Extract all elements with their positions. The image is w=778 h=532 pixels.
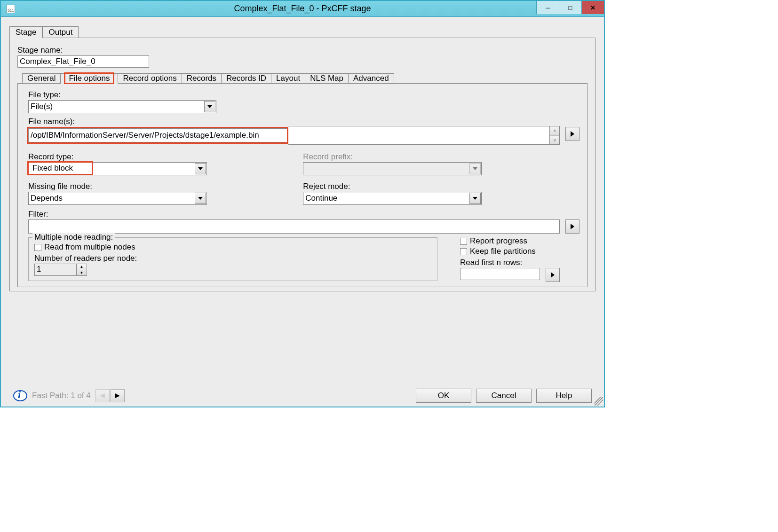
scroll-up-icon[interactable]: ∧ <box>550 126 559 135</box>
keep-file-partitions-label: Keep file partitions <box>470 247 536 256</box>
filter-input[interactable] <box>28 219 560 234</box>
file-name-input[interactable] <box>28 128 287 142</box>
read-first-n-browse-button[interactable] <box>546 268 560 282</box>
fast-path-label: Fast Path: 1 of 4 <box>32 391 91 400</box>
fast-path-prev: ◄ <box>95 389 110 402</box>
record-prefix-col: Record prefix: <box>303 150 573 175</box>
filter-browse-button[interactable] <box>565 219 580 234</box>
reject-mode-dropdown-icon[interactable] <box>469 193 481 204</box>
num-readers-buttons: ▲ ▼ <box>77 264 87 276</box>
record-type-label: Record type: <box>28 152 298 162</box>
read-first-n-label: Read first n rows: <box>460 258 560 267</box>
tab-general[interactable]: General <box>22 73 61 83</box>
read-multiple-nodes-label: Read from multiple nodes <box>44 243 135 252</box>
reject-mode-value: Continue <box>303 194 469 203</box>
file-names-row: ∧ ∨ <box>28 127 580 145</box>
checkbox-icon[interactable] <box>460 248 467 255</box>
arrow-right-icon: ► <box>113 391 121 400</box>
record-type-value: Fixed block <box>31 164 73 172</box>
missing-file-dropdown-icon[interactable] <box>195 193 206 204</box>
multiple-node-group: Multiple node reading: Read from multipl… <box>28 237 437 281</box>
record-prefix-combo <box>303 162 482 175</box>
window-controls: ─ □ ✕ <box>536 1 604 14</box>
tab-nls-map[interactable]: NLS Map <box>305 73 349 83</box>
cancel-button[interactable]: Cancel <box>476 389 532 403</box>
file-type-value: File(s) <box>29 102 204 111</box>
filter-row <box>28 219 580 234</box>
help-button[interactable]: Help <box>536 389 592 403</box>
content-area: Stage Output Stage name: General File op… <box>1 17 604 407</box>
report-progress-label: Report progress <box>470 236 527 246</box>
tab-file-options-highlight: File options <box>64 72 114 84</box>
reject-mode-label: Reject mode: <box>303 182 573 191</box>
stage-panel: Stage name: General File options Record … <box>9 38 595 291</box>
file-name-input-ext[interactable] <box>288 126 549 145</box>
report-progress-check[interactable]: Report progress <box>460 236 560 246</box>
info-icon[interactable] <box>13 390 27 401</box>
record-type-highlight: Fixed block <box>27 161 93 175</box>
file-name-highlight <box>27 127 288 144</box>
reject-mode-combo[interactable]: Continue <box>303 192 482 205</box>
multiple-node-group-title: Multiple node reading: <box>32 233 115 242</box>
keep-file-partitions-check[interactable]: Keep file partitions <box>460 247 560 256</box>
dialog-buttons: OK Cancel Help <box>416 389 592 403</box>
record-type-combo[interactable]: Fixed block <box>28 162 207 175</box>
tab-output[interactable]: Output <box>42 26 79 38</box>
file-names-browse-button[interactable] <box>565 127 580 141</box>
record-prefix-dropdown-icon <box>469 163 481 174</box>
stage-name-input[interactable] <box>17 55 149 68</box>
num-readers-spinner[interactable]: 1 ▲ ▼ <box>34 264 431 276</box>
filter-label: Filter: <box>28 210 580 219</box>
resize-grip-icon[interactable] <box>595 397 603 406</box>
num-readers-value[interactable]: 1 <box>34 264 77 276</box>
file-type-dropdown-icon[interactable] <box>204 101 215 112</box>
record-prefix-label: Record prefix: <box>303 152 573 162</box>
spin-down-icon[interactable]: ▼ <box>77 270 87 276</box>
missing-file-combo[interactable]: Depends <box>28 192 207 205</box>
tab-records-id[interactable]: Records ID <box>222 73 271 83</box>
tab-stage[interactable]: Stage <box>9 26 42 38</box>
missing-file-value: Depends <box>29 194 194 203</box>
record-type-dropdown-icon[interactable] <box>195 163 206 174</box>
window-title: Complex_Flat_File_0 - PxCFF stage <box>234 4 371 14</box>
tab-advanced[interactable]: Advanced <box>349 73 394 83</box>
file-type-combo[interactable]: File(s) <box>28 100 216 113</box>
spin-up-icon[interactable]: ▲ <box>77 264 87 270</box>
file-type-label: File type: <box>28 90 580 100</box>
file-options-panel: File type: File(s) File name(s): ∧ ∨ <box>17 83 587 287</box>
maximize-button[interactable]: □ <box>559 1 581 14</box>
checkbox-icon[interactable] <box>34 244 41 251</box>
titlebar: 011 Complex_Flat_File_0 - PxCFF stage ─ … <box>1 1 604 17</box>
file-names-label: File name(s): <box>28 117 580 126</box>
ok-button[interactable]: OK <box>416 389 471 403</box>
checkbox-icon[interactable] <box>460 238 467 245</box>
reject-mode-col: Reject mode: Continue <box>303 180 573 205</box>
arrow-left-icon: ◄ <box>98 391 106 400</box>
tab-record-options[interactable]: Record options <box>118 73 182 83</box>
app-icon: 011 <box>7 5 15 13</box>
close-button[interactable]: ✕ <box>581 1 604 14</box>
missing-file-col: Missing file mode: Depends <box>28 180 298 205</box>
scroll-down-icon[interactable]: ∨ <box>550 135 559 145</box>
minimize-button[interactable]: ─ <box>536 1 559 14</box>
dialog-footer: Fast Path: 1 of 4 ◄ ► OK Cancel Help <box>9 381 595 403</box>
inner-tabs: General File options Record options Reco… <box>22 73 587 83</box>
right-options: Report progress Keep file partitions Rea… <box>460 234 560 282</box>
file-names-scroll: ∧ ∨ <box>549 126 560 145</box>
record-type-col: Record type: Fixed block <box>28 150 298 175</box>
missing-file-label: Missing file mode: <box>28 182 298 191</box>
stage-name-label: Stage name: <box>17 46 587 55</box>
num-readers-label: Number of readers per node: <box>34 254 431 263</box>
fast-path-next[interactable]: ► <box>111 389 125 402</box>
tab-file-options[interactable]: File options <box>61 73 118 84</box>
dialog-window: 011 Complex_Flat_File_0 - PxCFF stage ─ … <box>0 0 605 407</box>
read-multiple-nodes-check[interactable]: Read from multiple nodes <box>34 243 431 252</box>
tab-layout[interactable]: Layout <box>271 73 305 83</box>
read-first-n-input[interactable] <box>460 268 540 280</box>
tab-records[interactable]: Records <box>182 73 222 83</box>
outer-tabs: Stage Output <box>9 26 595 38</box>
